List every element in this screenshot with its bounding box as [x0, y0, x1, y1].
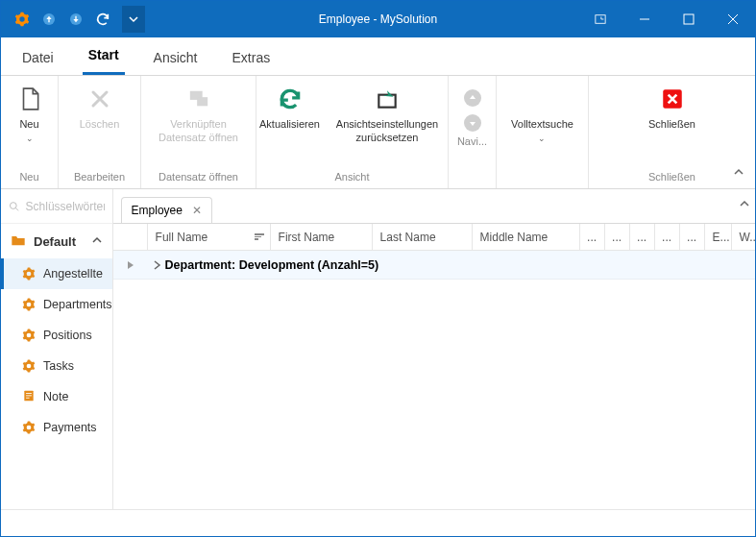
column-overflow[interactable]: ...	[580, 224, 605, 250]
quick-access-toolbar	[1, 1, 145, 37]
group-row-text: Department: Development (Anzahl=5)	[165, 258, 379, 272]
grid-header: Full Name First Name Last Name Middle Na…	[113, 224, 756, 251]
sidebar-item-label: Positions	[43, 329, 92, 342]
delete-icon	[86, 85, 113, 112]
window-close-button[interactable]	[711, 1, 755, 37]
ribbon-refresh-button[interactable]: Aktualisieren	[259, 82, 320, 167]
menu-tab-file[interactable]: Datei	[16, 40, 60, 75]
column-overflow[interactable]: ...	[680, 224, 705, 250]
ribbon-group-label: Bearbeiten	[74, 167, 125, 186]
window-maximize-button[interactable]	[667, 1, 711, 37]
sidebar-item-label: Note	[43, 390, 68, 403]
column-lastname[interactable]: Last Name	[373, 224, 473, 250]
new-file-icon	[16, 85, 43, 112]
chevron-down-icon: ⌄	[538, 134, 546, 143]
linked-record-icon	[185, 85, 212, 112]
qat-customize-button[interactable]	[122, 6, 145, 33]
qat-up-icon[interactable]	[36, 6, 62, 33]
ribbon-nav-buttons	[453, 82, 492, 132]
ribbon-delete-button: Löschen	[73, 82, 127, 167]
column-overflow[interactable]: ...	[655, 224, 680, 250]
document-tab-employee[interactable]: Employee ✕	[121, 197, 212, 224]
svg-rect-2	[596, 15, 605, 24]
ribbon-group-label: Navi...	[457, 132, 487, 151]
folder-icon	[11, 233, 26, 250]
gear-icon	[22, 359, 36, 373]
sort-indicator-icon	[255, 233, 264, 240]
search-input[interactable]	[26, 200, 105, 213]
svg-rect-14	[26, 393, 32, 394]
reset-view-icon	[374, 85, 401, 112]
svg-rect-8	[197, 97, 207, 106]
refresh-icon	[277, 85, 304, 112]
content-area: Employee ✕ Full Name First Name Last Nam…	[113, 189, 756, 509]
chevron-up-icon	[91, 234, 103, 249]
title-bar: Employee - MySolution	[1, 1, 755, 37]
column-middlename[interactable]: Middle Name	[473, 224, 580, 250]
sidebar: Default Angestellte Departments Position…	[1, 189, 113, 509]
svg-rect-15	[26, 395, 32, 396]
window-title: Employee - MySolution	[319, 12, 437, 26]
sidebar-item-tasks[interactable]: Tasks	[1, 351, 112, 381]
close-icon	[659, 85, 686, 112]
ribbon-close-button[interactable]: Schließen	[646, 82, 699, 167]
window-compact-button[interactable]	[578, 1, 622, 37]
gear-icon	[22, 421, 36, 434]
menu-tab-extras[interactable]: Extras	[227, 40, 277, 75]
sidebar-item-departments[interactable]: Departments	[1, 289, 112, 320]
sidebar-item-positions[interactable]: Positions	[1, 320, 112, 351]
tab-close-button[interactable]: ✕	[192, 204, 202, 217]
menu-tab-view[interactable]: Ansicht	[148, 40, 204, 75]
sidebar-category-default[interactable]: Default	[1, 224, 112, 258]
svg-rect-16	[26, 397, 30, 398]
ribbon-reset-view-button[interactable]: Ansichtseinstellungenzurücksetzen	[329, 82, 445, 167]
ribbon-collapse-button[interactable]	[732, 165, 745, 183]
column-fullname[interactable]: Full Name	[148, 224, 271, 250]
sidebar-item-payments[interactable]: Payments	[1, 412, 112, 443]
menu-bar: Datei Start Ansicht Extras	[1, 37, 755, 76]
ribbon-group-label: Neu	[19, 167, 38, 186]
ribbon: Neu ⌄ Neu Löschen Bearbeiten Verknüpften…	[1, 76, 755, 189]
sidebar-category-label: Default	[34, 234, 76, 249]
document-tab-label: Employee	[132, 204, 183, 217]
ribbon-group-label: Ansicht	[334, 167, 369, 186]
svg-rect-4	[684, 14, 694, 24]
nav-down-button[interactable]	[464, 114, 481, 132]
qat-settings-icon[interactable]	[9, 6, 36, 33]
window-buttons	[578, 1, 755, 37]
blank-icon	[528, 85, 555, 112]
menu-tab-start[interactable]: Start	[83, 37, 125, 75]
column-w[interactable]: W...	[732, 224, 756, 250]
sidebar-item-note[interactable]: Note	[1, 381, 112, 412]
group-expand-button[interactable]	[148, 260, 165, 270]
grid-group-row[interactable]: Department: Development (Anzahl=5)	[113, 251, 756, 280]
sidebar-search	[1, 189, 112, 224]
document-tabstrip: Employee ✕	[113, 189, 756, 224]
row-indicator-icon	[113, 260, 148, 270]
ribbon-new-button[interactable]: Neu ⌄	[3, 82, 57, 167]
ribbon-group-label: Datensatz öffnen	[159, 167, 238, 186]
gear-icon	[22, 329, 36, 342]
note-icon	[22, 389, 36, 405]
search-icon	[9, 200, 20, 213]
column-e[interactable]: E...	[705, 224, 732, 250]
grid-header-spacer	[113, 224, 148, 250]
sidebar-item-label: Departments	[43, 298, 112, 311]
svg-line-12	[15, 207, 18, 210]
ribbon-open-linked-button: VerknüpftenDatensatz öffnen	[151, 82, 247, 167]
column-overflow[interactable]: ...	[605, 224, 630, 250]
sidebar-item-angestellte[interactable]: Angestellte	[1, 258, 112, 289]
gear-icon	[22, 267, 36, 281]
sidebar-item-label: Tasks	[43, 359, 74, 373]
qat-refresh-icon[interactable]	[89, 6, 116, 33]
window-minimize-button[interactable]	[622, 1, 667, 37]
sidebar-item-label: Payments	[43, 421, 97, 434]
gear-icon	[22, 298, 36, 311]
sidebar-item-label: Angestellte	[43, 267, 103, 281]
tab-collapse-button[interactable]	[738, 197, 751, 214]
ribbon-fulltext-button[interactable]: Volltextsuche ⌄	[511, 82, 573, 167]
nav-up-button[interactable]	[464, 89, 481, 107]
column-overflow[interactable]: ...	[630, 224, 655, 250]
qat-down-icon[interactable]	[62, 6, 89, 33]
column-firstname[interactable]: First Name	[271, 224, 373, 250]
